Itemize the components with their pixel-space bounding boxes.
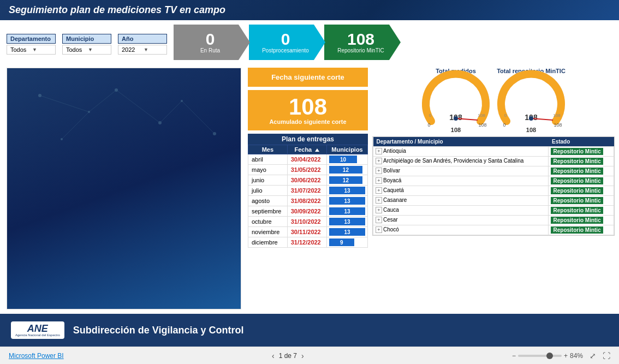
gauge-repositorio-value: 108 <box>526 127 536 133</box>
zoom-plus-icon[interactable]: + <box>564 352 568 360</box>
cell-fecha: 31/10/2022 <box>287 217 326 227</box>
ane-logo-text: ANE <box>27 324 48 333</box>
cell-fecha: 31/07/2022 <box>287 186 326 196</box>
cell-mes: abril <box>248 154 288 165</box>
table-row: julio 31/07/2022 13 <box>248 186 368 196</box>
kpi-row: 0 En Ruta 0 Postprocesamiento 108 Reposi… <box>174 25 612 60</box>
status-estado: Repositorio Mintic <box>549 225 614 235</box>
svg-text:108: 108 <box>478 122 486 128</box>
gauge-labels-row: Total medidos Total repositorio MinTIC <box>372 68 615 74</box>
expand-icon[interactable]: + <box>376 148 382 154</box>
cell-municipios: 13 <box>327 206 368 217</box>
cell-mes: mayo <box>248 165 288 175</box>
zoom-minus-icon[interactable]: − <box>512 352 516 360</box>
cell-municipios: 13 <box>327 227 368 237</box>
status-dept: +Boyacá <box>373 176 549 186</box>
list-item: +Antioquia Repositorio Mintic <box>373 147 614 157</box>
ane-logo-subtext: Agencia Nacional del Espectro <box>15 333 60 337</box>
fullscreen-icon[interactable]: ⛶ <box>603 351 610 360</box>
powerbi-bar: Microsoft Power BI ‹ 1 de 7 › − + 84% ⤢ … <box>0 347 619 364</box>
status-badge: Repositorio Mintic <box>551 226 603 234</box>
filters-row: Departamento Todos ▼ Municipio Todos ▼ A… <box>0 20 619 68</box>
ane-logo-box: ANE Agencia Nacional del Espectro <box>11 321 64 339</box>
expand-icon[interactable]: + <box>376 217 382 223</box>
status-badge: Repositorio Mintic <box>551 158 603 165</box>
pbi-right: − + 84% ⤢ ⛶ <box>512 351 610 360</box>
cell-mes: noviembre <box>248 227 288 237</box>
status-dept: +Antioquia <box>373 147 549 157</box>
filter-departamento-select[interactable]: Todos ▼ <box>7 45 56 55</box>
kpi-en-ruta-value: 0 <box>206 31 215 47</box>
svg-text:108: 108 <box>553 122 562 128</box>
cell-mes: julio <box>248 186 288 196</box>
col-mes: Mes <box>248 145 288 154</box>
cell-municipios: 13 <box>327 186 368 196</box>
expand-icon[interactable]: + <box>376 197 382 204</box>
svg-point-22 <box>529 116 533 121</box>
status-table-container[interactable]: Departamento / Municipio Estado +Antioqu… <box>372 136 615 236</box>
chevron-down-icon: ▼ <box>32 47 52 52</box>
status-dept: +Cesar <box>373 216 549 225</box>
body-row: Fecha siguiente corte 108 Acumulado sigu… <box>0 68 619 314</box>
cell-mes: diciembre <box>248 237 288 248</box>
kpi-en-ruta-label: En Ruta <box>200 47 220 53</box>
zoom-thumb <box>546 353 553 359</box>
list-item: +Boyacá Repositorio Mintic <box>373 176 614 186</box>
filter-municipio-select[interactable]: Todos ▼ <box>62 45 111 55</box>
status-badge: Repositorio Mintic <box>551 217 603 224</box>
filter-departamento-label: Departamento <box>7 34 56 44</box>
delivery-table-container: Plan de entregas Mes Fecha Municipios <box>248 134 368 309</box>
status-estado: Repositorio Mintic <box>549 196 614 206</box>
svg-text:0: 0 <box>503 122 505 128</box>
expand-icon[interactable]: + <box>376 177 382 184</box>
expand-icon[interactable]: + <box>376 158 382 164</box>
cell-fecha: 31/12/2022 <box>287 237 326 248</box>
kpi-repositorio: 108 Repositorio MinTIC <box>324 25 401 60</box>
gauge-repositorio-svg: 108 0 108 0 108 <box>496 77 567 127</box>
table-row: octubre 31/10/2022 13 <box>248 217 368 227</box>
zoom-value: 84% <box>570 352 583 360</box>
status-dept: +Archipiélago de San Andrés, Providencia… <box>373 157 549 166</box>
status-col-estado: Estado <box>549 137 614 147</box>
cell-mes: septiembre <box>248 206 288 217</box>
cell-municipios: 13 <box>327 196 368 206</box>
expand-icon[interactable]: + <box>376 168 382 174</box>
status-estado: Repositorio Mintic <box>549 176 614 186</box>
list-item: +Cesar Repositorio Mintic <box>373 216 614 225</box>
zoom-control: − + 84% <box>512 352 583 360</box>
powerbi-link[interactable]: Microsoft Power BI <box>9 352 64 360</box>
fecha-label: Fecha siguiente corte <box>271 73 344 81</box>
kpi-en-ruta: 0 En Ruta <box>174 25 250 60</box>
expand-icon[interactable]: + <box>376 207 382 213</box>
center-col: Fecha siguiente corte 108 Acumulado sigu… <box>248 68 368 309</box>
kpi-repo-label: Repositorio MinTIC <box>337 47 384 53</box>
ane-logo: ANE Agencia Nacional del Espectro <box>11 321 64 339</box>
list-item: +Chocó Repositorio Mintic <box>373 225 614 235</box>
cell-mes: octubre <box>248 217 288 227</box>
expand-icon[interactable]: + <box>376 187 382 194</box>
status-badge: Repositorio Mintic <box>551 207 603 214</box>
svg-text:0: 0 <box>504 113 507 118</box>
status-estado: Repositorio Mintic <box>549 166 614 176</box>
cell-municipios: 10 <box>327 154 368 165</box>
map-area <box>7 68 241 309</box>
fecha-siguiente-corte-box[interactable]: Fecha siguiente corte <box>248 68 368 87</box>
prev-page-button[interactable]: ‹ <box>272 351 275 360</box>
cell-fecha: 30/11/2022 <box>287 227 326 237</box>
list-item: +Bolívar Repositorio Mintic <box>373 166 614 176</box>
bottom-subtitle: Subdirección de Vigilancia y Control <box>73 325 244 336</box>
expand-icon[interactable]: + <box>376 226 382 233</box>
share-icon[interactable]: ⤢ <box>590 351 596 360</box>
filter-anno-select[interactable]: 2022 ▼ <box>118 45 167 55</box>
table-row: junio 30/06/2022 12 <box>248 175 368 186</box>
main-content: Departamento Todos ▼ Municipio Todos ▼ A… <box>0 20 619 314</box>
col-fecha[interactable]: Fecha <box>287 145 326 154</box>
zoom-slider[interactable] <box>518 355 562 357</box>
page-indicator: 1 de 7 <box>279 352 297 360</box>
next-page-button[interactable]: › <box>301 351 304 360</box>
status-dept: +Chocó <box>373 225 549 235</box>
cell-municipios: 9 <box>327 237 368 248</box>
acumulado-box[interactable]: 108 Acumulado siguiente corte <box>248 90 368 130</box>
status-estado: Repositorio Mintic <box>549 157 614 166</box>
cell-mes: junio <box>248 175 288 186</box>
